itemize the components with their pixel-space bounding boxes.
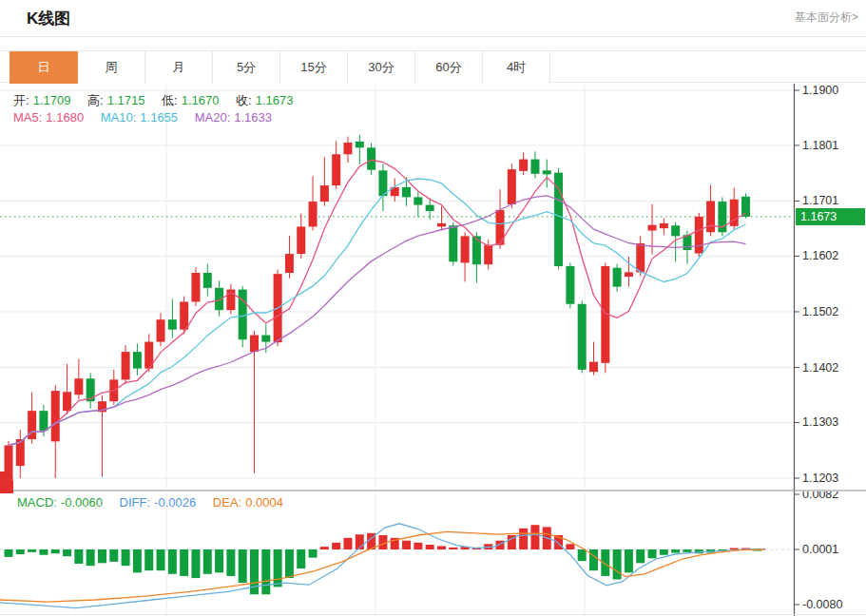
macd-hist-bar [144, 549, 153, 570]
kline-page: K线图 基本面分析> 日周月5分15分30分60分4时 开:1.1709 高:1… [0, 0, 866, 616]
low-label: 低: [162, 93, 178, 107]
timeframe-tabbar: 日周月5分15分30分60分4时 [0, 50, 866, 83]
candle-body [367, 147, 375, 169]
candle-body [472, 236, 481, 264]
macd-hist-bar [63, 549, 71, 556]
macd-hist-bar [39, 549, 48, 555]
candle-body [122, 352, 130, 379]
candle-body [285, 254, 294, 273]
candle-body [414, 197, 422, 204]
macd-hist-bar [5, 549, 13, 557]
macd-hist-bar [203, 549, 212, 574]
macd-hist-bar [613, 549, 622, 580]
dea-value: 0.0004 [245, 495, 283, 510]
axis-label: 1.1801 [802, 139, 838, 152]
candle-body [309, 202, 318, 226]
candle-body [239, 290, 247, 340]
macd-hist-bar [589, 549, 598, 570]
macd-hist-bar [180, 549, 188, 576]
candle-body [402, 187, 411, 198]
candle-body [51, 391, 60, 441]
candle-body [203, 273, 212, 288]
axis-label: 0.0082 [802, 491, 838, 501]
axis-label: 1.1203 [802, 472, 838, 485]
candle-body [437, 223, 446, 227]
candle-body [519, 160, 528, 171]
tab-月[interactable]: 月 [145, 51, 213, 84]
candlestick-chart[interactable]: 1.19001.18011.17011.16021.15021.14021.13… [0, 84, 866, 491]
candle-body [191, 273, 200, 301]
candle-body [484, 245, 492, 264]
open-label: 开: [13, 93, 29, 107]
last-price-badge: 1.1673 [796, 208, 865, 225]
page-title: K线图 [27, 8, 70, 29]
ma-row: MA5:1.1680 MA10:1.1655 MA20:1.1633 [13, 110, 276, 125]
tab-60分[interactable]: 60分 [415, 51, 483, 84]
candle-body [554, 173, 563, 266]
macd-hist-bar [274, 549, 282, 587]
ma10-value: 1.1655 [140, 110, 178, 125]
axis-label: 1.1502 [802, 305, 838, 318]
macd-hist-bar [683, 549, 691, 552]
macd-hist-bar [530, 525, 539, 549]
candle-body [636, 243, 645, 272]
candle-body [332, 154, 340, 185]
axis-label: 1.1402 [802, 361, 838, 375]
macd-hist-bar [87, 549, 95, 566]
macd-hist-bar [157, 549, 165, 570]
macd-hist-bar [133, 549, 142, 572]
candle-body [530, 160, 539, 174]
candle-body [706, 201, 715, 232]
candle-body [63, 392, 71, 411]
candle-body [157, 319, 165, 341]
macd-hist-bar [519, 529, 528, 549]
axis-label: 1.1303 [802, 415, 838, 429]
candle-body [87, 378, 95, 401]
macd-value: -0.0060 [61, 495, 103, 510]
candle-body [449, 225, 457, 261]
candle-body [648, 225, 657, 231]
close-value: 1.1673 [256, 93, 294, 107]
candle-body [508, 169, 516, 204]
macd-hist-bar [660, 549, 668, 555]
tab-周[interactable]: 周 [78, 51, 145, 84]
macd-label: MACD: [17, 495, 57, 510]
ohlc-row: 开:1.1709 高:1.1715 低:1.1670 收:1.1673 [13, 92, 297, 109]
page-header: K线图 基本面分析> [0, 0, 866, 37]
macd-hist-bar [28, 549, 36, 552]
macd-hist-bar [625, 549, 633, 572]
fundamental-analysis-link[interactable]: 基本面分析> [795, 10, 858, 26]
candle-body [343, 143, 352, 154]
close-label: 收: [236, 93, 252, 107]
axis-label: 0.0001 [802, 543, 838, 556]
ma20-line [9, 196, 746, 446]
tab-15分[interactable]: 15分 [280, 51, 348, 84]
candle-body [320, 185, 329, 202]
diff-label: DIFF: [120, 495, 151, 510]
candle-body [180, 301, 188, 329]
ma20-label: MA20: [195, 110, 231, 125]
high-value: 1.1715 [107, 93, 145, 107]
high-label: 高: [87, 93, 104, 107]
tab-4时[interactable]: 4时 [483, 51, 550, 84]
candle-body [695, 217, 703, 254]
tab-30分[interactable]: 30分 [348, 51, 415, 84]
tab-5分[interactable]: 5分 [213, 51, 280, 84]
macd-hist-bar [402, 541, 411, 549]
open-value: 1.1709 [33, 93, 71, 107]
candle-body [297, 226, 305, 254]
macd-hist-bar [671, 549, 680, 553]
macd-hist-bar [730, 549, 739, 550]
macd-hist-bar [16, 549, 25, 554]
macd-chart[interactable]: 0.00820.0001-0.0080 [0, 491, 866, 616]
candle-body [133, 352, 142, 369]
candle-body [613, 268, 622, 287]
diff-value: -0.0026 [154, 495, 196, 510]
candle-body [566, 266, 574, 304]
macd-hist-bar [648, 549, 657, 558]
candle-body [543, 170, 551, 174]
tab-日[interactable]: 日 [10, 51, 78, 84]
axis-label: 1.1602 [802, 249, 838, 262]
candle-body [261, 336, 270, 342]
axis-label: -0.0080 [802, 598, 842, 611]
